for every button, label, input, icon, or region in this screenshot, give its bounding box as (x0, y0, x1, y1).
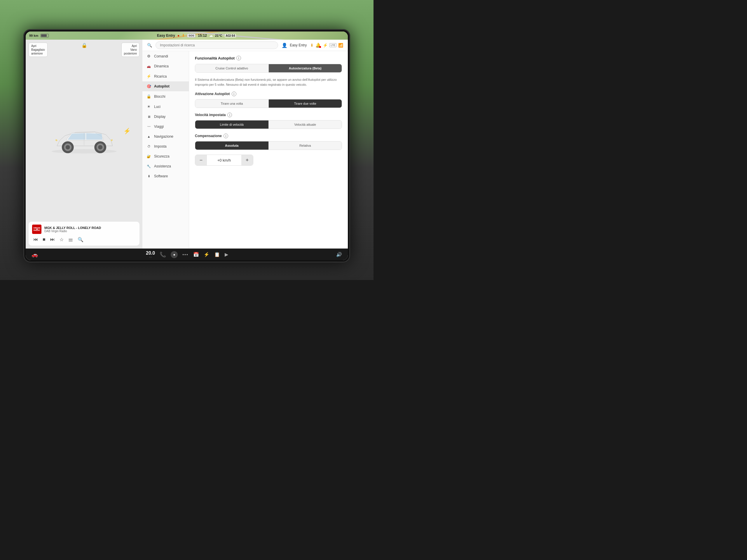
search-icon: 🔍 (147, 43, 152, 48)
car-panel: ApriBagagliaioanteriore 🔒 ApriVanoposter… (26, 40, 143, 248)
sicurezza-icon: 🔐 (147, 155, 151, 158)
speed-indicator: ○○ (146, 256, 155, 259)
sidebar-item-luci[interactable]: ☀ Luci (143, 102, 189, 112)
next-button[interactable]: ⏭ (50, 237, 55, 242)
speed-limit-btn[interactable]: Limite di velocità (195, 121, 269, 129)
comandi-icon: ⚙ (147, 54, 151, 58)
autosteer-btn[interactable]: Autosterzatura (Beta) (269, 64, 342, 72)
pull-once-btn[interactable]: Tirare una volta (195, 100, 269, 108)
calendar-icon[interactable]: 📅 (193, 252, 199, 257)
search-input[interactable] (156, 42, 278, 49)
bluetooth-icon[interactable]: ⚡ (323, 43, 328, 48)
sidebar-item-sicurezza[interactable]: 🔐 Sicurezza (143, 151, 189, 161)
luci-icon: ☀ (147, 104, 151, 109)
notes-icon[interactable]: 📋 (214, 252, 220, 257)
assoluta-btn[interactable]: Assoluta (195, 141, 269, 150)
download-status: ⬇ (182, 33, 185, 37)
imposta-label: Imposta (154, 144, 166, 149)
autopilot-info-icon[interactable]: i (236, 56, 241, 60)
sidebar-item-display[interactable]: 🖥 Display (143, 112, 189, 122)
time-display: 15:12 (198, 33, 207, 37)
luci-label: Luci (154, 105, 160, 109)
speed-group: Limite di velocità Velocità attuale (195, 120, 342, 129)
stop-button[interactable]: ■ (43, 237, 46, 242)
sidebar-item-viaggi[interactable]: 〰 Viaggi (143, 122, 189, 132)
main-settings: Funzionalità Autopilot i Cruise Control … (189, 51, 348, 248)
sidebar-item-blocchi[interactable]: 🔒 Blocchi (143, 91, 189, 102)
sidebar-item-autopilot[interactable]: 🎯 Autopilot (143, 81, 189, 91)
agi-display: AGI 64 (225, 34, 236, 37)
relativa-btn[interactable]: Relativa (269, 141, 342, 150)
rear-trunk-label[interactable]: ApriVanoposteriore (121, 43, 139, 57)
nav-sidebar: ⚙ Comandi 🚗 Dinamica ⚡ Ricarica (143, 51, 189, 248)
taskbar-left: 🚗 (31, 251, 38, 258)
speed-section-title: Velocità impostata i (195, 113, 342, 117)
svg-point-6 (98, 145, 102, 149)
offset-value: +0 km/h (207, 156, 241, 165)
map-title: Easy Entry (157, 33, 175, 37)
comp-section-title: Compensazione i (195, 134, 342, 138)
viaggi-icon: 〰 (147, 125, 151, 128)
autopilot-mode-group: Cruise Control adattivo Autosterzatura (… (195, 64, 342, 73)
activation-info-icon[interactable]: i (232, 91, 236, 96)
speed-current-btn[interactable]: Velocità attuale (269, 121, 342, 129)
temperature-display: 21°C (215, 34, 222, 37)
apps-icon[interactable]: ⚡ (204, 252, 209, 257)
equalizer-button[interactable]: ⚌ (68, 236, 73, 243)
navigazione-label: Navigazione (154, 134, 173, 138)
music-search-button[interactable]: 🔍 (78, 237, 83, 242)
sidebar-item-navigazione[interactable]: ▲ Navigazione (143, 132, 189, 141)
dinamica-label: Dinamica (154, 64, 169, 68)
download-icon[interactable]: ⬇ (310, 43, 314, 48)
media-button[interactable]: ● (171, 251, 178, 258)
cruise-control-btn[interactable]: Cruise Control adattivo (195, 64, 269, 72)
comp-info-icon[interactable]: i (224, 134, 228, 138)
display-icon: 🖥 (147, 115, 151, 118)
car-home-icon[interactable]: 🚗 (31, 251, 38, 258)
sidebar-item-ricarica[interactable]: ⚡ Ricarica (143, 71, 189, 81)
favorite-button[interactable]: ☆ (59, 237, 63, 242)
volume-icon[interactable]: 🔊 (336, 252, 342, 257)
front-trunk-label[interactable]: ApriBagagliaioanteriore (29, 43, 48, 57)
more-options-icon[interactable]: ••• (182, 252, 188, 257)
record-icon: ● (177, 33, 179, 37)
funzionalita-label: Funzionalità Autopilot (195, 56, 235, 60)
ricarica-icon: ⚡ (147, 74, 151, 78)
media-play-icon[interactable]: ▶ (225, 252, 228, 257)
offset-minus-btn[interactable]: − (195, 155, 207, 165)
music-controls: ⏮ ■ ⏭ ☆ ⚌ 🔍 (32, 236, 136, 243)
sidebar-item-comandi[interactable]: ⚙ Comandi (143, 51, 189, 61)
settings-body: ⚙ Comandi 🚗 Dinamica ⚡ Ricarica (143, 51, 348, 248)
rear-trunk-text: ApriVanoposteriore (124, 44, 137, 55)
prev-button[interactable]: ⏮ (33, 237, 38, 242)
comandi-label: Comandi (154, 54, 168, 58)
attivazione-label: Attivazione Autopilot (195, 92, 230, 96)
pull-twice-btn[interactable]: Tirare due volte (269, 100, 342, 108)
velocita-label: Velocità impostata (195, 113, 226, 117)
status-bar: 99 km Easy Entry ● ⬇ SOS 15:12 ☁ 21°C AG… (26, 31, 348, 40)
sidebar-item-dinamica[interactable]: 🚗 Dinamica (143, 61, 189, 71)
offset-plus-btn[interactable]: + (241, 155, 253, 165)
autopilot-description: Il Sistema di Autosterzatura (Beta) non … (195, 77, 342, 87)
sidebar-item-assistenza[interactable]: 🔧 Assistenza (143, 161, 189, 171)
charge-icon: ⚡ (123, 128, 131, 134)
range-display: 99 km (29, 34, 38, 37)
notification-icon-wrapper: 🔔 (315, 43, 321, 48)
activation-section-title: Attivazione Autopilot i (195, 91, 342, 96)
profile-user-icon: 👤 (282, 43, 287, 48)
speed-info-icon[interactable]: i (227, 113, 232, 117)
weather-icon: ☁ (209, 33, 213, 37)
ricarica-label: Ricarica (154, 74, 166, 78)
sidebar-item-imposta[interactable]: ⏱ Imposta (143, 141, 189, 151)
phone-icon[interactable]: 📞 (160, 251, 166, 258)
car-illustration (46, 116, 122, 162)
software-icon: ⬇ (147, 175, 151, 178)
navigazione-icon: ▲ (147, 135, 151, 138)
offset-control: − +0 km/h + (195, 155, 253, 166)
taskbar-center: 20.0 ○○ 📞 ● ••• 📅 ⚡ 📋 ▶ (146, 250, 228, 259)
svg-point-3 (66, 145, 70, 149)
lock-icon: 🔒 (81, 43, 87, 48)
taskbar-right: 🔊 (336, 252, 342, 257)
sidebar-item-software[interactable]: ⬇ Software (143, 171, 189, 181)
lte-badge: LTE (330, 43, 336, 47)
